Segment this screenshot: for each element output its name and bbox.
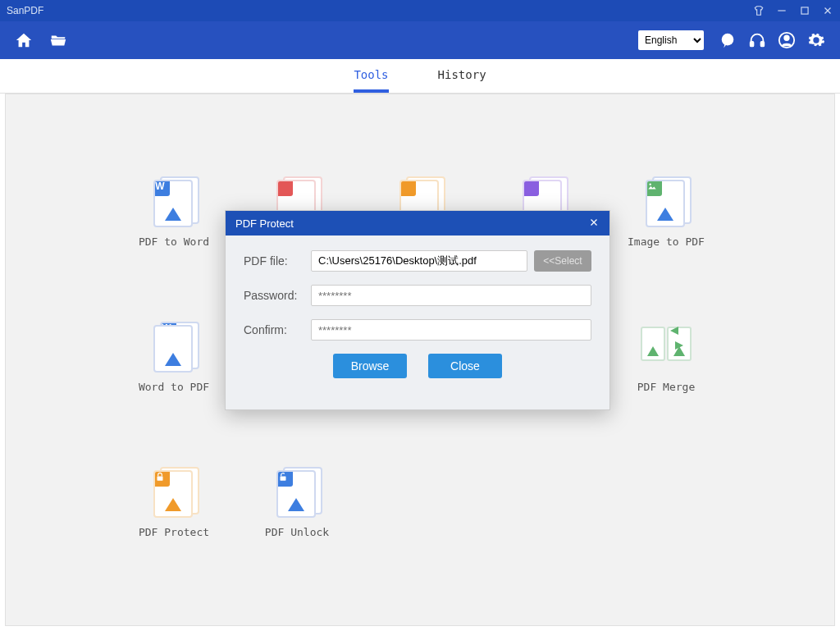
tool-label: Word to PDF (139, 381, 209, 393)
tool-pdf-merge[interactable]: PDF Merge (605, 322, 728, 393)
home-button[interactable] (15, 31, 33, 49)
tool-label: Image to PDF (628, 235, 705, 248)
svg-point-8 (784, 36, 789, 41)
shirt-icon[interactable] (753, 5, 765, 16)
svg-rect-11 (281, 476, 286, 480)
svg-point-9 (650, 184, 651, 185)
pdf-file-input[interactable] (311, 250, 527, 272)
pdf-file-label: PDF file: (244, 254, 311, 267)
svg-rect-10 (158, 476, 163, 480)
confirm-password-input[interactable] (311, 319, 591, 341)
language-select[interactable]: English (638, 30, 704, 50)
select-file-button[interactable]: <<Select (534, 250, 591, 272)
tool-label: PDF Protect (139, 526, 209, 538)
dialog-close-icon[interactable] (588, 217, 600, 231)
close-window-button[interactable] (822, 5, 833, 16)
svg-rect-1 (801, 7, 808, 14)
confirm-label: Confirm: (244, 323, 311, 336)
password-label: Password: (244, 289, 311, 302)
minimize-button[interactable] (776, 5, 788, 16)
tool-pdf-protect[interactable]: PDF Protect (112, 467, 235, 538)
main-toolbar: English (0, 21, 840, 59)
close-button[interactable]: Close (428, 354, 502, 378)
svg-rect-6 (761, 42, 765, 47)
tab-tools[interactable]: Tools (354, 60, 388, 93)
tool-pdf-unlock[interactable]: PDF Unlock (235, 467, 358, 538)
dialog-title-bar: PDF Protect (226, 211, 609, 235)
open-folder-button[interactable] (49, 31, 67, 49)
pdf-protect-dialog: PDF Protect PDF file: <<Select Password:… (225, 210, 610, 410)
account-icon[interactable] (778, 31, 796, 49)
support-headset-icon[interactable] (748, 31, 766, 49)
tab-history[interactable]: History (438, 60, 486, 93)
svg-point-4 (722, 34, 734, 46)
dialog-title: PDF Protect (235, 217, 588, 230)
settings-gear-icon[interactable] (807, 31, 825, 49)
tool-word-to-pdf[interactable]: W Word to PDF (112, 322, 235, 393)
password-input[interactable] (311, 285, 591, 306)
tool-image-to-pdf[interactable]: Image to PDF (605, 176, 728, 248)
main-tabs: Tools History (0, 59, 840, 94)
tool-label: PDF Unlock (265, 526, 329, 538)
svg-rect-5 (751, 42, 754, 47)
maximize-button[interactable] (799, 5, 810, 16)
tool-pdf-to-word[interactable]: W PDF to Word (112, 176, 235, 248)
tool-label: PDF to Word (139, 235, 209, 248)
browse-button[interactable]: Browse (333, 354, 407, 378)
tool-label: PDF Merge (637, 381, 695, 393)
window-title-bar: SanPDF (0, 0, 840, 21)
app-title: SanPDF (7, 5, 753, 16)
chat-icon[interactable] (719, 31, 737, 49)
